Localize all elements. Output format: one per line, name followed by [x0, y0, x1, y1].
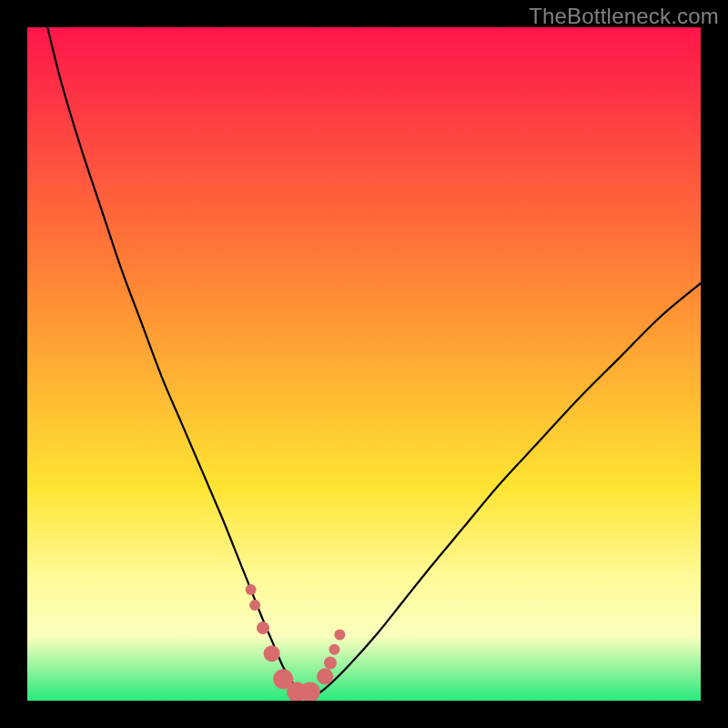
watermark-text: TheBottleneck.com — [529, 4, 719, 29]
marker-point — [246, 584, 257, 595]
marker-point — [264, 645, 280, 662]
marker-point — [334, 629, 345, 640]
marker-point — [324, 657, 337, 670]
marker-point — [257, 622, 269, 634]
marker-point — [317, 668, 333, 684]
chart-frame: TheBottleneck.com — [0, 0, 728, 728]
marker-point — [249, 600, 260, 611]
chart-background — [27, 27, 701, 701]
bottleneck-chart — [27, 27, 701, 701]
marker-point — [329, 644, 339, 655]
